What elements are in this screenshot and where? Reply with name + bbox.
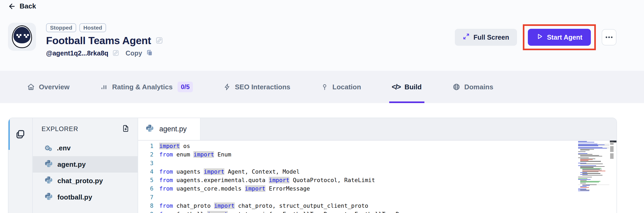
status-badge-stopped: Stopped [46,23,76,32]
minimap-line [578,166,609,167]
code-icon: </> [392,83,401,91]
page-title: Football Teams Agent [46,35,151,47]
editor-tab-strip: agent.py [138,118,616,141]
minimap-line [578,147,609,148]
minimap-line [578,175,609,175]
code-line: 3 [138,159,616,168]
minimap-line [578,150,609,150]
tab-domains[interactable]: Domains [452,71,493,103]
minimap-line [578,151,609,151]
minimap-line [578,148,609,149]
minimap-line [578,176,609,176]
line-number: 9 [138,210,159,213]
minimap-line [578,145,609,145]
explorer-title: EXPLORER [42,125,78,133]
minimap-line [578,177,609,177]
minimap-line [578,157,609,157]
minimap-line [578,165,609,166]
activity-bar [8,118,33,213]
minimap-line [578,169,609,169]
line-number: 5 [138,176,159,184]
robot-face-icon [12,25,32,48]
tab-label: Location [332,83,361,91]
minimap-line [578,178,609,179]
minimap-line [578,149,609,150]
code-line: 8from chat_proto import chat_proto, stru… [138,202,616,210]
overview-ruler[interactable] [610,141,616,213]
new-file-icon[interactable] [122,124,130,133]
minimap-line [578,159,609,160]
active-view-indicator [8,119,10,150]
edit-pencil-icon [112,49,119,57]
file-name: chat_proto.py [57,177,103,185]
edit-title-button[interactable] [155,36,163,45]
tab-label: Rating & Analytics [112,83,173,91]
copy-address-label[interactable]: Copy [126,49,142,57]
minimap-line [578,156,609,156]
tab-label: Domains [464,83,493,91]
minimap-line [578,188,609,188]
back-button[interactable]: Back [8,2,36,10]
annotation-highlight-box: Start Agent [523,24,596,50]
status-badge-hosted: Hosted [79,23,106,32]
minimap-line [578,155,609,156]
expand-icon [463,33,470,41]
start-agent-button[interactable]: Start Agent [528,29,591,46]
line-number: 8 [138,202,159,210]
fullscreen-label: Full Screen [473,34,509,41]
lightning-icon [224,83,231,91]
python-icon [44,159,53,170]
more-options-button[interactable] [602,29,616,45]
file-name: football.py [57,193,92,201]
play-icon [536,33,543,41]
gear-icon: ⚙⚙ [44,144,52,152]
pin-icon [321,83,328,91]
start-agent-label: Start Agent [547,34,582,41]
minimap[interactable] [578,141,609,191]
minimap-line [578,154,609,155]
code-area[interactable]: 1import os2from enum import Enum34from u… [138,141,616,213]
tab-build[interactable]: </> Build [392,71,422,103]
minimap-line [578,182,609,182]
minimap-line [578,186,609,187]
minimap-line [578,168,609,169]
minimap-line [578,191,609,191]
minimap-line [578,142,609,142]
minimap-line [578,173,609,174]
minimap-line [578,167,609,168]
home-icon [27,83,35,91]
editor-tab-agent-py[interactable]: agent.py [138,118,201,140]
minimap-line [578,190,609,190]
tab-label: SEO Interactions [235,83,291,91]
file-item--env[interactable]: ⚙⚙.env [33,140,138,156]
copy-address-button[interactable] [146,49,153,57]
edit-pencil-icon [155,36,163,45]
minimap-line [578,151,609,152]
file-item-chat-proto-py[interactable]: chat_proto.py [33,173,138,189]
python-icon [44,192,53,202]
tab-label: Overview [39,83,70,91]
globe-icon [452,83,460,91]
tab-rating-analytics[interactable]: Rating & Analytics0/5 [100,71,193,103]
line-number: 7 [138,193,159,202]
minimap-line [578,153,609,154]
tab-location[interactable]: Location [321,71,361,103]
fullscreen-button[interactable]: Full Screen [455,29,517,46]
minimap-line [578,181,609,182]
minimap-line [578,180,609,181]
tab-seo-interactions[interactable]: SEO Interactions [224,71,291,103]
edit-address-button[interactable] [112,49,119,57]
files-copy-icon[interactable] [15,128,26,213]
agent-address: @agent1q2...8rka8q [46,49,108,57]
editor: agent.py 1import os2from enum import Enu… [138,118,616,213]
code-line: 9from football import get_team_info, Foo… [138,210,616,213]
minimap-line [578,174,609,175]
minimap-line [578,141,609,142]
file-item-agent-py[interactable]: agent.py [33,156,138,173]
minimap-line [578,158,609,158]
file-item-football-py[interactable]: football.py [33,189,138,205]
minimap-line [578,160,609,161]
minimap-line [578,184,609,184]
code-line: 5from uagents.experimental.quota import … [138,176,616,184]
tab-overview[interactable]: Overview [27,71,70,103]
